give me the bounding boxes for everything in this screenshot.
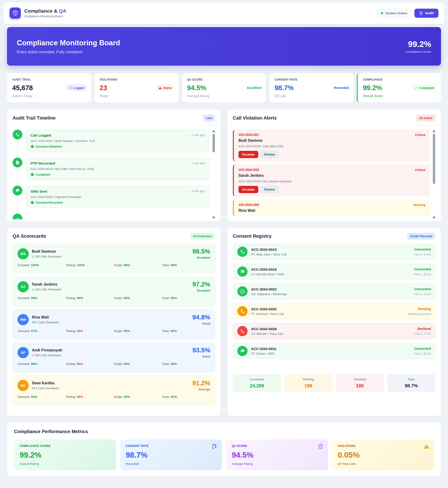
qa-rating: Good (192, 355, 210, 358)
metric-label: Timing: (66, 296, 76, 300)
consent-id: ACC-2024-0022 (251, 287, 287, 291)
summary-value: 24,289 (236, 383, 278, 389)
brand-title: Compliance & QA (24, 8, 66, 14)
metric-label: COMPLIANCE SCORE (20, 444, 110, 447)
qa-card: BS Budi Santoso 1,245 Calls Reviewed 98.… (13, 244, 215, 273)
consent-sub: PT. Maju Jaya • Voice Call (251, 253, 286, 256)
consent-date: Feb 3, 14:30 (414, 253, 431, 256)
document-pen-icon (212, 444, 217, 449)
review-button[interactable]: Review (261, 186, 279, 193)
stat-label: COMPLIANCE (363, 78, 436, 81)
consent-sub: PT. Global • SMS (251, 352, 277, 355)
metric-value: 96% (124, 296, 130, 300)
check-circle-icon (31, 201, 34, 204)
review-button[interactable]: Review (261, 151, 279, 158)
summary-value: 198 (288, 383, 329, 389)
panel-title: Call Violation Alerts (233, 115, 277, 121)
violation-meta: ACC-2024-0018 • No consent recorded (239, 179, 425, 183)
consent-id: ACC-2024-0028 (251, 327, 283, 331)
escalate-button[interactable]: Escalate (239, 186, 258, 193)
metric-value: 88% (77, 395, 83, 399)
audit-button[interactable]: Audit (414, 9, 439, 18)
badge-label: Logged (73, 86, 84, 90)
timeline-item-title: PTP Recorded (31, 161, 94, 166)
qa-score-value: 93.5% (192, 347, 210, 354)
scroll-up-arrow[interactable] (432, 130, 435, 132)
timeline-item-meta: ACC-2024-0015 • Budi Santoso • Duration:… (31, 139, 95, 143)
collector-name: Sarah Jenkins (32, 282, 61, 286)
panel-title: Consent Registry (233, 234, 272, 239)
metric-value: 94.5% (232, 451, 322, 460)
alerts-badge: Alerts (156, 84, 174, 91)
consent-item: ACC-2024-0022 UD. Sejahtera • WhatsApp C… (233, 284, 435, 299)
warning-triangle-icon (159, 86, 162, 89)
clipboard-check-icon (318, 444, 323, 449)
consent-sub: CV. Berkah Abadi • SMS (251, 272, 284, 276)
escalate-button[interactable]: Escalate (239, 151, 258, 158)
timeline-item: Call Logged ACC-2024-0015 • Budi Santoso… (13, 130, 209, 152)
qa-card: RW Rina Wati 987 Calls Reviewed 94.8% Go… (13, 310, 215, 339)
metric-sub: Recorded (126, 462, 216, 466)
metric-value: 98.7% (126, 451, 216, 460)
phone-icon (237, 247, 248, 257)
metric-label: Script: (114, 395, 123, 399)
phone-icon (13, 130, 22, 139)
stat-label: CONSENT RATE (274, 78, 348, 81)
avatar: RW (17, 314, 29, 325)
metric-label: Timing: (66, 362, 76, 366)
violation-id: VIO-2024-002 (239, 168, 425, 172)
summary-rate: Rate 98.7% (387, 374, 436, 392)
collector-name: Dewi Kartika (32, 381, 59, 385)
check-icon (415, 86, 418, 89)
stat-sub: Today (100, 94, 174, 98)
metric-label: Tone: (162, 362, 170, 366)
scroll-up-arrow[interactable] (212, 130, 215, 132)
collector-sub: 1,128 Calls Reviewed (32, 288, 61, 291)
brand-title-accent: QA (59, 8, 66, 14)
severity-label: Warning (413, 203, 425, 207)
metric-label: VIOLATIONS (338, 444, 429, 447)
sms-icon (237, 266, 248, 277)
panel-title: Compliance Performance Metrics (14, 429, 434, 434)
stat-card-violations: VIOLATIONS 23 Today Alerts (95, 73, 179, 103)
violation-name: Budi Santoso (239, 138, 425, 143)
consent-id: ACC-2024-0018 (251, 267, 284, 271)
check-circle-icon (31, 173, 34, 176)
consent-date: Feb 3, 17:30 (414, 332, 431, 335)
scrollbar-thumb[interactable] (433, 134, 435, 184)
stat-card-audit-trail: AUDIT TRAIL 45,678 Actions Today Logged (7, 73, 91, 103)
scroll-down-arrow[interactable] (212, 217, 215, 219)
qa-rating: Excellent (192, 289, 210, 292)
qa-score-value: 94.8% (192, 314, 210, 321)
violation-meta: ACC-2024-0015 • Call after 9 PM (239, 145, 425, 148)
timeline-list: Call Logged ACC-2024-0015 • Budi Santoso… (13, 130, 209, 219)
timeline-item-time: 2 min ago (192, 133, 205, 148)
violation-card: VIO-2024-003 Warning Rina Wati (233, 200, 430, 216)
check-circle-icon (13, 214, 22, 219)
metric-value: 92% (31, 395, 37, 399)
consent-date: Feb 3, 16:00 (414, 292, 431, 296)
summary-consented: Consented 24,289 (233, 374, 281, 392)
consent-date: Feb 3, 18:00 (414, 352, 431, 355)
scrollbar-thumb[interactable] (213, 134, 215, 153)
metric-label: Script: (114, 362, 123, 366)
avatar: AF (17, 347, 29, 358)
consent-registry-panel: Consent Registry 24,587 Records ACC-2024… (227, 228, 441, 416)
consent-status: Consented (414, 347, 431, 350)
phone-icon (237, 326, 248, 336)
brand-subtitle: Compliance Monitoring Board (24, 15, 66, 18)
timeline-item-partial (13, 214, 209, 219)
call-violation-alerts-panel: Call Violation Alerts 23 Active VIO-2024… (227, 109, 441, 222)
metric-label: Script: (114, 263, 123, 267)
consent-item: ACC-2024-0018 CV. Berkah Abadi • SMS Con… (233, 264, 435, 279)
metric-sub: Of Total Calls (338, 462, 429, 466)
hero-score-value: 99.2% (406, 40, 431, 49)
clipboard-icon (419, 11, 423, 15)
scroll-down-arrow[interactable] (432, 217, 435, 219)
violation-card: VIO-2024-002 Critical Sarah Jenkins ACC-… (233, 165, 430, 196)
timeline-item-title: Call Logged (31, 133, 95, 138)
app-logo (9, 8, 21, 19)
summary-pending: Pending 198 (284, 374, 333, 392)
qa-list: BS Budi Santoso 1,245 Calls Reviewed 98.… (13, 244, 215, 408)
sms-icon (237, 346, 248, 356)
